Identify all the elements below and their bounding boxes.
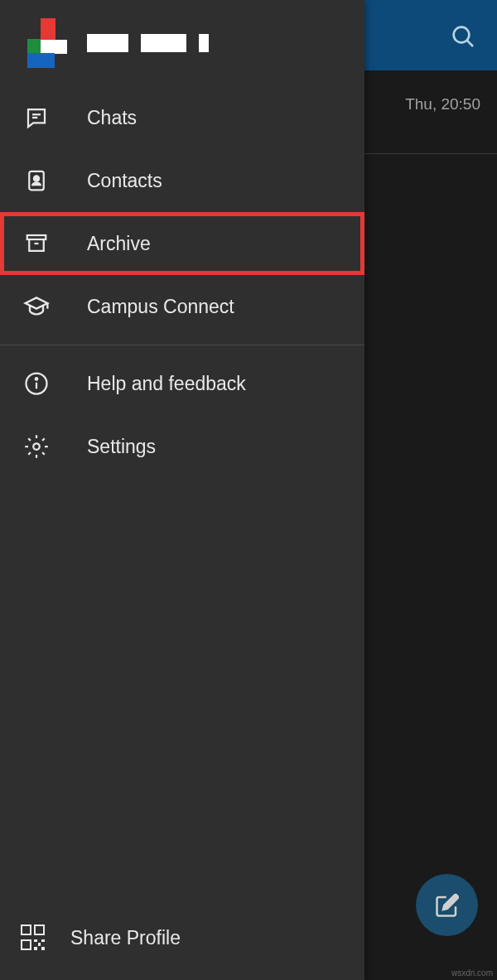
primary-menu: Chats Contacts Archive [0,86,364,338]
menu-label: Help and feedback [87,373,246,395]
menu-item-campus-connect[interactable]: Campus Connect [0,275,364,338]
menu-label: Contacts [87,170,162,192]
menu-label: Campus Connect [87,296,234,318]
share-profile-label: Share Profile [70,927,181,949]
qr-code-icon [21,924,47,951]
settings-icon [23,433,50,460]
svg-point-11 [36,378,38,380]
menu-divider [0,345,364,345]
menu-item-settings[interactable]: Settings [0,415,364,478]
chat-icon [23,104,50,131]
menu-item-contacts[interactable]: Contacts [0,149,364,212]
menu-item-archive[interactable]: Archive [0,212,364,275]
search-icon[interactable] [450,23,476,53]
app-logo-icon [21,18,70,68]
menu-item-help[interactable]: Help and feedback [0,352,364,415]
divider-line [364,153,497,154]
secondary-menu: Help and feedback Settings [0,352,364,478]
menu-label: Chats [87,107,137,129]
archive-icon [23,230,50,257]
svg-rect-6 [27,235,46,239]
contacts-icon [23,167,50,194]
profile-name [87,34,209,52]
watermark: wsxdn.com [451,968,493,978]
svg-point-0 [454,27,470,43]
timestamp: Thu, 20:50 [405,95,480,113]
svg-point-12 [33,443,40,450]
compose-button[interactable] [416,874,478,936]
menu-label: Settings [87,436,156,458]
svg-line-1 [467,41,473,46]
share-profile-button[interactable]: Share Profile [0,904,364,980]
drawer-header[interactable] [0,0,364,86]
info-icon [23,370,50,397]
menu-item-chats[interactable]: Chats [0,86,364,149]
svg-point-5 [34,176,39,181]
navigation-drawer: Chats Contacts Archive [0,0,364,980]
menu-label: Archive [87,233,151,255]
campus-icon [23,293,50,320]
